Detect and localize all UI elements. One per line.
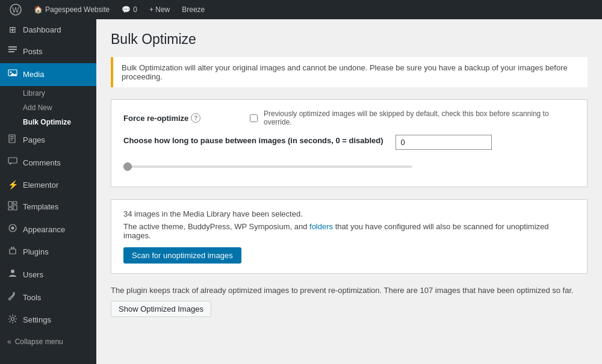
wp-logo-button[interactable]: W — [5, 0, 26, 19]
comments-count: 0 — [133, 5, 137, 14]
sidebar-item-settings[interactable]: Settings — [0, 309, 96, 332]
home-icon: 🏠 — [34, 5, 43, 14]
site-name-button[interactable]: 🏠 Pagespeed Website — [29, 0, 114, 19]
tools-icon — [7, 291, 18, 304]
svg-rect-16 — [13, 205, 17, 210]
optimized-note: The plugin keeps track of already optimi… — [111, 286, 588, 295]
wp-logo-icon: W — [10, 4, 22, 16]
comments-sidebar-icon — [7, 156, 18, 170]
sidebar-item-pages[interactable]: Pages — [0, 129, 96, 152]
sidebar-item-comments[interactable]: Comments — [0, 152, 96, 174]
new-content-button[interactable]: + New — [144, 0, 175, 19]
svg-rect-9 — [10, 136, 14, 137]
show-optimized-button[interactable]: Show Optimized Images — [111, 301, 211, 317]
site-name-label: Pagespeed Website — [45, 5, 110, 14]
force-reoptimize-help-icon[interactable]: ? — [191, 113, 200, 123]
elementor-icon: ⚡ — [7, 179, 18, 191]
new-label: + New — [149, 5, 170, 14]
media-icon — [7, 68, 18, 81]
sidebar-item-templates[interactable]: Templates — [0, 196, 96, 219]
force-reoptimize-row: Force re-optimize ? Previously optimized… — [123, 110, 575, 126]
posts-icon — [7, 46, 18, 59]
svg-rect-20 — [10, 249, 16, 254]
sidebar-label-plugins: Plugins — [23, 247, 49, 258]
svg-rect-17 — [8, 208, 12, 210]
plugins-icon — [7, 246, 18, 259]
svg-point-19 — [11, 227, 14, 230]
sidebar-subitem-library[interactable]: Library — [0, 86, 96, 100]
svg-rect-14 — [8, 202, 12, 206]
svg-rect-4 — [8, 51, 14, 52]
library-label: Library — [23, 89, 45, 97]
force-reoptimize-note: Previously optimized images will be skip… — [264, 110, 575, 126]
bulk-optimize-label: Bulk Optimize — [23, 118, 71, 126]
collapse-label: Collapse menu — [15, 338, 63, 346]
force-reoptimize-checkbox[interactable] — [250, 114, 258, 122]
pause-slider[interactable] — [123, 165, 412, 168]
scan-text1: The active theme, BuddyPress, WP Symposi… — [123, 222, 307, 231]
sidebar-label-settings: Settings — [23, 315, 51, 325]
sidebar-label-appearance: Appearance — [23, 224, 65, 235]
sidebar-item-posts[interactable]: Posts — [0, 41, 96, 64]
sidebar-label-templates: Templates — [23, 202, 58, 212]
sidebar-label-pages: Pages — [23, 135, 45, 146]
sidebar-item-dashboard[interactable]: ⊞ Dashboard — [0, 19, 96, 41]
settings-section: Force re-optimize ? Previously optimized… — [111, 99, 588, 187]
scan-button[interactable]: Scan for unoptimized images — [123, 247, 241, 264]
collapse-icon: « — [7, 338, 11, 346]
pause-input-row: Choose how long to pause between images … — [123, 135, 575, 150]
sidebar-subitem-bulk-optimize[interactable]: Bulk Optimize — [0, 115, 96, 129]
svg-rect-12 — [8, 158, 17, 163]
sidebar-label-tools: Tools — [23, 292, 41, 303]
svg-marker-7 — [10, 73, 17, 76]
main-content: Bulk Optimize Bulk Optimization will alt… — [96, 19, 602, 364]
scan-info-text: The active theme, BuddyPress, WP Symposi… — [123, 222, 575, 240]
svg-rect-3 — [8, 49, 17, 50]
collapse-menu-button[interactable]: « Collapse menu — [0, 332, 96, 352]
sidebar-label-posts: Posts — [23, 46, 43, 57]
dashboard-icon: ⊞ — [7, 24, 18, 36]
sidebar-label-users: Users — [23, 270, 43, 280]
svg-rect-8 — [9, 135, 15, 143]
pause-label: Choose how long to pause between images … — [123, 136, 383, 145]
comments-icon: 💬 — [122, 5, 131, 14]
settings-icon — [7, 314, 18, 327]
sidebar-label-elementor: Elementor — [23, 180, 58, 191]
scan-button-container: Scan for unoptimized images — [123, 247, 575, 264]
svg-point-23 — [11, 270, 14, 273]
breeze-label: Breeze — [182, 5, 205, 14]
slider-row — [123, 158, 575, 172]
sidebar-item-elementor[interactable]: ⚡ Elementor — [0, 174, 96, 196]
svg-rect-2 — [8, 46, 17, 48]
page-title: Bulk Optimize — [111, 31, 588, 48]
svg-point-6 — [10, 72, 12, 73]
sidebar-item-media[interactable]: Media — [0, 63, 96, 86]
svg-rect-10 — [10, 138, 14, 138]
comments-button[interactable]: 💬 0 — [117, 0, 142, 19]
folders-link[interactable]: folders — [309, 222, 333, 231]
pause-input[interactable] — [396, 135, 492, 150]
admin-bar: W 🏠 Pagespeed Website 💬 0 + New Breeze — [0, 0, 602, 19]
warning-text: Bulk Optimization will alter your origin… — [122, 63, 568, 81]
admin-sidebar: ⊞ Dashboard Posts Media Library Add New … — [0, 19, 96, 364]
appearance-icon — [7, 223, 18, 236]
sidebar-subitem-add-new[interactable]: Add New — [0, 100, 96, 115]
sidebar-item-tools[interactable]: Tools — [0, 286, 96, 309]
sidebar-label-dashboard: Dashboard — [23, 25, 61, 35]
warning-notice: Bulk Optimization will alter your origin… — [111, 57, 588, 87]
svg-rect-15 — [13, 202, 17, 204]
users-icon — [7, 268, 18, 282]
scan-section: 34 images in the Media Library have been… — [111, 199, 588, 274]
svg-point-24 — [11, 317, 14, 320]
pause-row: Choose how long to pause between images … — [123, 135, 575, 172]
sidebar-label-media: Media — [23, 69, 44, 80]
sidebar-item-users[interactable]: Users — [0, 264, 96, 286]
sidebar-item-plugins[interactable]: Plugins — [0, 241, 96, 264]
breeze-plugin-button[interactable]: Breeze — [177, 0, 209, 19]
sidebar-label-comments: Comments — [23, 158, 61, 168]
sidebar-item-appearance[interactable]: Appearance — [0, 218, 96, 241]
templates-icon — [7, 201, 18, 214]
svg-text:W: W — [12, 6, 19, 14]
images-selected-text: 34 images in the Media Library have been… — [123, 209, 575, 218]
force-reoptimize-label: Force re-optimize ? — [123, 113, 244, 123]
